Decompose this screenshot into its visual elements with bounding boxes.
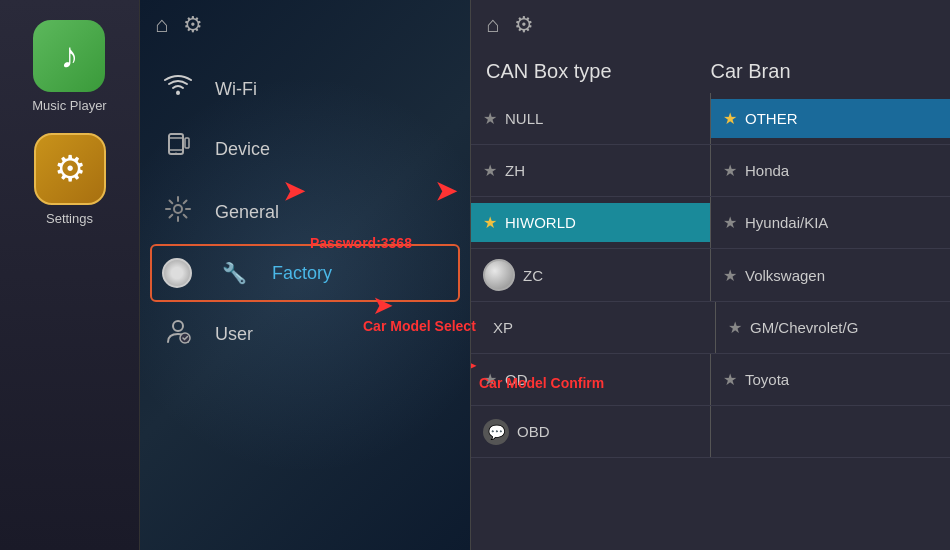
can-cell-zc[interactable]: ZC bbox=[471, 249, 710, 301]
arrow-confirm: ➤ bbox=[471, 350, 478, 381]
can-cell-honda[interactable]: ★ Honda bbox=[711, 151, 950, 190]
can-obd-text: OBD bbox=[517, 423, 550, 440]
svg-rect-5 bbox=[185, 138, 189, 148]
can-panel: ⌂ ⚙ CAN Box type Car Bran ★ NULL ★ OTHER… bbox=[471, 0, 950, 550]
general-icon bbox=[160, 194, 195, 230]
can-headers: CAN Box type Car Bran bbox=[471, 50, 950, 93]
can-cell-hyundai[interactable]: ★ Hyundai/KIA bbox=[711, 203, 950, 242]
can-cell-empty bbox=[711, 422, 950, 442]
table-row: ★ HIWORLD ★ Hyundai/KIA bbox=[471, 197, 950, 249]
can-list: ★ NULL ★ OTHER ★ ZH ★ Honda ★ bbox=[471, 93, 950, 458]
svg-point-6 bbox=[174, 205, 182, 213]
can-cell-toyota[interactable]: ★ Toyota bbox=[711, 360, 950, 399]
can-cell-volkswagen[interactable]: ★ Volkswagen bbox=[711, 256, 950, 295]
can-topbar: ⌂ ⚙ bbox=[471, 0, 950, 50]
svg-rect-1 bbox=[169, 134, 183, 154]
can-hyundai-text: Hyundai/KIA bbox=[745, 214, 828, 231]
star-gold-icon: ★ bbox=[723, 109, 737, 128]
sidebar-app-music[interactable]: ♪ Music Player bbox=[32, 20, 106, 113]
settings-panel: ⌂ ⚙ Wi-Fi bbox=[140, 0, 470, 550]
factory-label: Factory bbox=[272, 263, 332, 284]
svg-point-0 bbox=[176, 91, 180, 95]
table-row: ★ ZH ★ Honda bbox=[471, 145, 950, 197]
table-row: 💬 OBD bbox=[471, 406, 950, 458]
menu-item-wifi[interactable]: Wi-Fi bbox=[140, 60, 470, 118]
star-icon: ★ bbox=[723, 266, 737, 285]
arrow-carmodel: ➤ bbox=[372, 290, 394, 321]
can-gm-text: GM/Chevrolet/G bbox=[750, 319, 858, 336]
device-label: Device bbox=[215, 139, 270, 160]
svg-point-4 bbox=[175, 153, 177, 155]
star-icon: ★ bbox=[483, 109, 497, 128]
can-cell-zh[interactable]: ★ ZH bbox=[471, 151, 710, 190]
star-icon: ★ bbox=[723, 213, 737, 232]
table-row: XP ★ GM/Chevrolet/G bbox=[471, 302, 950, 354]
menu-item-user[interactable]: User bbox=[140, 302, 470, 366]
star-icon: ★ bbox=[483, 161, 497, 180]
settings-menu: Wi-Fi Device Ge bbox=[140, 50, 470, 550]
can-cell-od[interactable]: ★ OD bbox=[471, 360, 710, 399]
can-honda-text: Honda bbox=[745, 162, 789, 179]
can-xp-text: XP bbox=[493, 319, 513, 336]
user-icon bbox=[160, 316, 195, 352]
obd-icon: 💬 bbox=[483, 419, 509, 445]
sidebar: ♪ Music Player ⚙ Settings bbox=[0, 0, 140, 550]
can-cell-hiworld[interactable]: ★ HIWORLD bbox=[471, 203, 710, 242]
menu-item-factory[interactable]: 🔧 Factory bbox=[150, 244, 460, 302]
can-od-text: OD bbox=[505, 371, 528, 388]
can-zh-text: ZH bbox=[505, 162, 525, 179]
wifi-label: Wi-Fi bbox=[215, 79, 257, 100]
svg-point-7 bbox=[173, 321, 183, 331]
wifi-icon bbox=[160, 74, 195, 104]
can-box-type-header: CAN Box type bbox=[486, 60, 711, 83]
can-toyota-text: Toyota bbox=[745, 371, 789, 388]
table-row: ★ NULL ★ OTHER bbox=[471, 93, 950, 145]
can-cell-obd[interactable]: 💬 OBD bbox=[471, 409, 710, 455]
factory-icon: 🔧 bbox=[217, 261, 252, 285]
can-zc-text: ZC bbox=[523, 267, 543, 284]
can-cell-xp[interactable]: XP bbox=[471, 309, 715, 346]
menu-item-general[interactable]: General bbox=[140, 180, 470, 244]
sidebar-app-settings[interactable]: ⚙ Settings bbox=[34, 133, 106, 226]
music-player-label: Music Player bbox=[32, 98, 106, 113]
star-icon: ★ bbox=[723, 370, 737, 389]
settings-home-icon[interactable]: ⌂ bbox=[155, 12, 168, 38]
settings-gear-icon[interactable]: ⚙ bbox=[183, 12, 203, 38]
table-row: ZC ★ Volkswagen bbox=[471, 249, 950, 302]
zc-toggle-slider[interactable] bbox=[483, 259, 515, 291]
star-icon: ★ bbox=[728, 318, 742, 337]
factory-toggle[interactable] bbox=[162, 258, 192, 288]
car-brand-header: Car Bran bbox=[711, 60, 936, 83]
can-cell-other[interactable]: ★ OTHER bbox=[711, 99, 950, 138]
settings-label: Settings bbox=[46, 211, 93, 226]
can-cell-null[interactable]: ★ NULL bbox=[471, 99, 710, 138]
table-row: ★ OD ★ Toyota bbox=[471, 354, 950, 406]
menu-item-device[interactable]: Device bbox=[140, 118, 470, 180]
can-volkswagen-text: Volkswagen bbox=[745, 267, 825, 284]
star-icon: ★ bbox=[723, 161, 737, 180]
general-label: General bbox=[215, 202, 279, 223]
can-null-text: NULL bbox=[505, 110, 543, 127]
music-player-icon: ♪ bbox=[33, 20, 105, 92]
can-home-icon[interactable]: ⌂ bbox=[486, 12, 499, 38]
settings-topbar: ⌂ ⚙ bbox=[140, 0, 470, 50]
star-gold-icon: ★ bbox=[483, 213, 497, 232]
can-gear-icon[interactable]: ⚙ bbox=[514, 12, 534, 38]
settings-icon: ⚙ bbox=[34, 133, 106, 205]
can-other-text: OTHER bbox=[745, 110, 798, 127]
can-cell-gm[interactable]: ★ GM/Chevrolet/G bbox=[716, 308, 950, 347]
star-icon: ★ bbox=[483, 370, 497, 389]
device-icon bbox=[160, 132, 195, 166]
can-hiworld-text: HIWORLD bbox=[505, 214, 576, 231]
user-label: User bbox=[215, 324, 253, 345]
